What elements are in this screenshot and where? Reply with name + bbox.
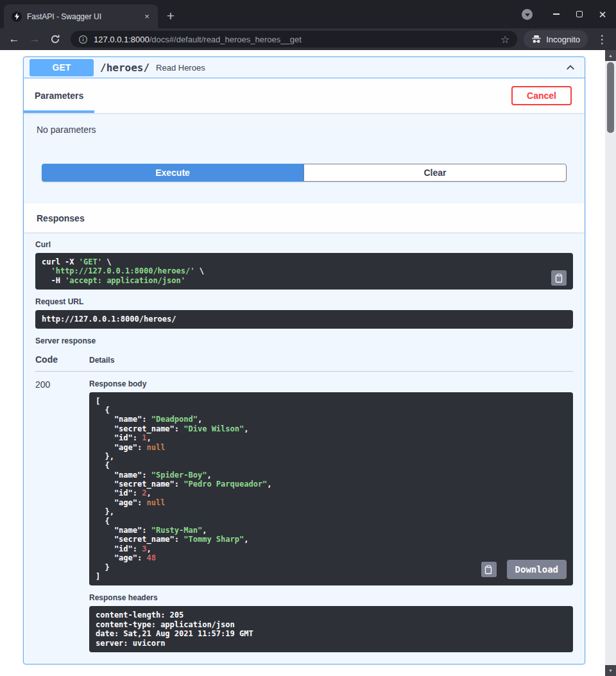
server-response-label: Server response xyxy=(35,336,573,345)
method-badge: GET xyxy=(30,59,94,76)
server-response-table: Code Details 200 Response body [ { "name… xyxy=(35,349,573,652)
execute-row: Execute Clear xyxy=(24,164,585,204)
reload-icon[interactable] xyxy=(46,30,64,48)
clear-button[interactable]: Clear xyxy=(304,164,567,182)
parameters-section-header: Parameters Cancel xyxy=(24,78,585,113)
operation-path: /heroes/ xyxy=(100,62,150,74)
response-headers-block: content-length: 205content-type: applica… xyxy=(89,606,573,652)
response-body-label: Response body xyxy=(89,379,573,388)
menu-icon[interactable]: ⋮ xyxy=(593,30,611,48)
response-body-block: [ { "name": "Deadpond", "secret_name": "… xyxy=(89,392,573,586)
copy-curl-icon[interactable] xyxy=(551,270,567,286)
page-scrollbar[interactable]: ▲ ▼ xyxy=(605,50,616,676)
opblock-get-heroes: GET /heroes/ Read Heroes Parameters Canc… xyxy=(23,56,585,664)
close-button[interactable]: ✕ xyxy=(593,4,612,24)
minimize-button[interactable] xyxy=(547,4,566,24)
execute-button[interactable]: Execute xyxy=(42,164,304,182)
response-details: Response body [ { "name": "Deadpond", "s… xyxy=(89,379,573,652)
browser-tab[interactable]: FastAPI - Swagger UI × xyxy=(4,4,158,28)
back-icon[interactable]: ← xyxy=(5,30,23,48)
maximize-button[interactable] xyxy=(570,4,589,24)
response-headers-label: Response headers xyxy=(89,593,573,602)
operation-summary: Read Heroes xyxy=(156,63,205,73)
details-column-header: Details xyxy=(89,356,114,365)
download-button[interactable]: Download xyxy=(507,560,567,579)
url-text: 127.0.0.1:8000/docs#/default/read_heroes… xyxy=(94,35,495,44)
incognito-label: Incognito xyxy=(546,35,580,44)
parameters-tab: Parameters xyxy=(24,78,94,113)
opblock-header[interactable]: GET /heroes/ Read Heroes xyxy=(24,57,585,78)
copy-response-icon[interactable] xyxy=(481,562,497,577)
request-url-block: http://127.0.0.1:8000/heroes/ xyxy=(35,310,573,328)
parameters-title: Parameters xyxy=(35,91,83,101)
site-info-icon[interactable] xyxy=(78,35,88,44)
new-tab-button[interactable]: + xyxy=(162,7,180,25)
responses-section-header: Responses xyxy=(24,204,585,232)
incognito-badge: Incognito xyxy=(524,30,588,48)
swagger-page: GET /heroes/ Read Heroes Parameters Canc… xyxy=(0,50,616,676)
navigation-bar: ← → 127.0.0.1:8000/docs#/default/read_he… xyxy=(0,28,616,50)
curl-command-block: curl -X 'GET' \ 'http://127.0.0.1:8000/h… xyxy=(35,253,573,290)
request-url-label: Request URL xyxy=(35,297,573,306)
cancel-button[interactable]: Cancel xyxy=(511,86,572,105)
tab-bar: FastAPI - Swagger UI × + ✕ xyxy=(0,0,616,28)
no-parameters-text: No parameters xyxy=(37,125,572,135)
scroll-down-icon[interactable]: ▼ xyxy=(605,665,616,676)
responses-title: Responses xyxy=(37,213,85,223)
tab-title: FastAPI - Swagger UI xyxy=(27,12,136,21)
browser-window: FastAPI - Swagger UI × + ✕ ← → 127.0.0.1… xyxy=(0,0,616,676)
responses-body: Curl curl -X 'GET' \ 'http://127.0.0.1:8… xyxy=(24,240,585,664)
status-code: 200 xyxy=(35,379,89,652)
response-row-200: 200 Response body [ { "name": "Deadpond"… xyxy=(35,372,573,652)
scroll-up-icon[interactable]: ▲ xyxy=(605,50,616,61)
incognito-icon xyxy=(531,34,542,44)
address-bar[interactable]: 127.0.0.1:8000/docs#/default/read_heroes… xyxy=(71,31,517,48)
scrollbar-thumb[interactable] xyxy=(607,62,614,133)
parameters-body: No parameters xyxy=(24,113,585,164)
forward-icon[interactable]: → xyxy=(26,30,44,48)
fastapi-favicon-icon xyxy=(12,12,22,22)
tab-search-icon[interactable] xyxy=(522,9,533,20)
code-column-header: Code xyxy=(35,354,89,365)
response-table-header: Code Details xyxy=(35,349,573,372)
bookmark-star-icon[interactable]: ☆ xyxy=(501,33,509,46)
request-url-value: http://127.0.0.1:8000/heroes/ xyxy=(42,315,176,324)
tab-close-icon[interactable]: × xyxy=(141,11,153,22)
curl-label: Curl xyxy=(35,240,573,249)
collapse-chevron-icon[interactable] xyxy=(565,62,576,73)
